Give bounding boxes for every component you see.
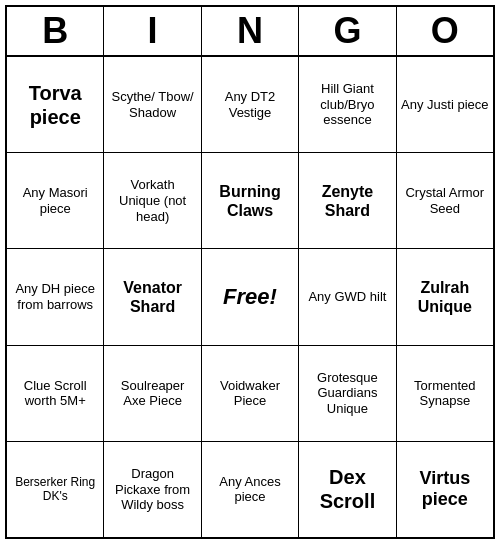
bingo-cell-1-2: Burning Claws (202, 153, 299, 248)
bingo-row-0: Torva pieceScythe/ Tbow/ ShadowAny DT2 V… (7, 57, 493, 153)
bingo-cell-2-0: Any DH piece from barrows (7, 249, 104, 344)
bingo-cell-0-1: Scythe/ Tbow/ Shadow (104, 57, 201, 152)
bingo-row-3: Clue Scroll worth 5M+Soulreaper Axe Piec… (7, 346, 493, 442)
bingo-cell-1-3: Zenyte Shard (299, 153, 396, 248)
bingo-cell-0-3: Hill Giant club/Bryo essence (299, 57, 396, 152)
bingo-cell-0-2: Any DT2 Vestige (202, 57, 299, 152)
bingo-cell-2-2: Free! (202, 249, 299, 344)
bingo-cell-4-2: Any Ances piece (202, 442, 299, 537)
bingo-cell-2-1: Venator Shard (104, 249, 201, 344)
bingo-cell-2-3: Any GWD hilt (299, 249, 396, 344)
bingo-grid: Torva pieceScythe/ Tbow/ ShadowAny DT2 V… (7, 57, 493, 537)
bingo-row-4: Berserker Ring DK'sDragon Pickaxe from W… (7, 442, 493, 537)
bingo-cell-3-1: Soulreaper Axe Piece (104, 346, 201, 441)
bingo-card: BINGO Torva pieceScythe/ Tbow/ ShadowAny… (5, 5, 495, 539)
bingo-cell-1-0: Any Masori piece (7, 153, 104, 248)
header-letter-n: N (202, 7, 299, 55)
bingo-cell-0-0: Torva piece (7, 57, 104, 152)
bingo-cell-4-3: Dex Scroll (299, 442, 396, 537)
bingo-cell-3-2: Voidwaker Piece (202, 346, 299, 441)
bingo-cell-4-1: Dragon Pickaxe from Wildy boss (104, 442, 201, 537)
bingo-cell-3-3: Grotesque Guardians Unique (299, 346, 396, 441)
bingo-cell-1-1: Vorkath Unique (not head) (104, 153, 201, 248)
bingo-cell-4-0: Berserker Ring DK's (7, 442, 104, 537)
bingo-cell-3-0: Clue Scroll worth 5M+ (7, 346, 104, 441)
bingo-cell-3-4: Tormented Synapse (397, 346, 493, 441)
header-letter-o: O (397, 7, 493, 55)
header-letter-b: B (7, 7, 104, 55)
header-letter-g: G (299, 7, 396, 55)
bingo-row-2: Any DH piece from barrowsVenator ShardFr… (7, 249, 493, 345)
bingo-cell-2-4: Zulrah Unique (397, 249, 493, 344)
bingo-cell-1-4: Crystal Armor Seed (397, 153, 493, 248)
bingo-cell-0-4: Any Justi piece (397, 57, 493, 152)
bingo-cell-4-4: Virtus piece (397, 442, 493, 537)
bingo-header: BINGO (7, 7, 493, 57)
bingo-row-1: Any Masori pieceVorkath Unique (not head… (7, 153, 493, 249)
header-letter-i: I (104, 7, 201, 55)
